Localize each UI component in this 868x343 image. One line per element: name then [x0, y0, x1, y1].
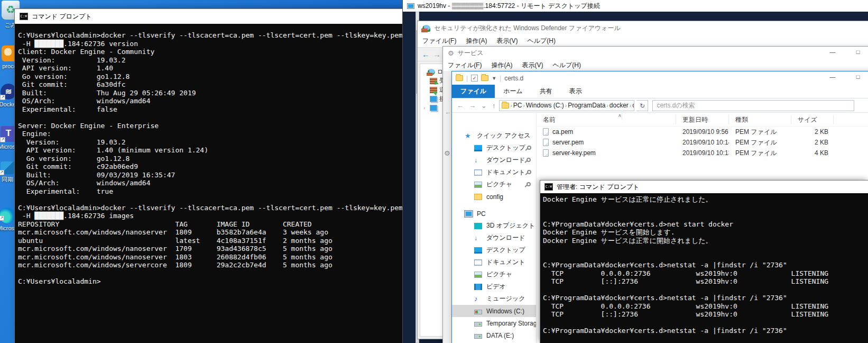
- explorer-sidebar-item[interactable]: ビデオ: [452, 281, 536, 293]
- explorer-sidebar-item[interactable]: ミュージック: [452, 293, 536, 305]
- explorer-sidebar-item[interactable]: ダウンロード: [452, 232, 536, 244]
- sidebar-item-icon: [465, 211, 473, 217]
- up-arrow-icon[interactable]: ↑: [491, 102, 497, 110]
- maximize-button[interactable]: □: [854, 73, 862, 82]
- ribbon-tab[interactable]: ファイル: [452, 85, 495, 98]
- terminal-line: [543, 286, 868, 294]
- explorer-sidebar-item[interactable]: クイック アクセス: [452, 130, 536, 142]
- explorer-sidebar-item[interactable]: 3D オブジェクト: [452, 220, 536, 232]
- recent-locations-icon[interactable]: ⌄: [479, 102, 488, 110]
- explorer-sidebar-item[interactable]: ダウンロード: [452, 154, 536, 166]
- refresh-icon[interactable]: ↻: [636, 100, 648, 111]
- ribbon-tab[interactable]: 表示: [561, 85, 590, 98]
- sidebar-item-icon: [474, 169, 482, 176]
- breadcrumb-segment[interactable]: › ProgramData: [565, 102, 606, 109]
- breadcrumb-segment[interactable]: › PC: [510, 102, 522, 109]
- tree-item-icon: [430, 105, 437, 111]
- terminal-line: [543, 319, 868, 327]
- explorer-sidebar-item[interactable]: ピクチャ: [452, 178, 536, 191]
- explorer-sidebar-item[interactable]: DATA (E:): [452, 329, 536, 341]
- admin-cmd-titlebar[interactable]: 管理者: コマンド プロンプト: [540, 180, 868, 193]
- sidebar-item-label: クイック アクセス: [477, 131, 531, 140]
- command-prompt-output[interactable]: C:¥Users¥localadmin>docker --tlsverify -…: [15, 24, 403, 343]
- file-name: ca.pem: [552, 128, 573, 136]
- minimize-button[interactable]: —: [828, 73, 837, 82]
- firewall-titlebar[interactable]: セキュリティが強化された Windows Defender ファイアウォール: [418, 21, 868, 35]
- column-header[interactable]: 更新日時: [676, 115, 729, 124]
- explorer-titlebar[interactable]: | ✓ ▼ | certs.d — □: [452, 71, 868, 85]
- forward-arrow-icon[interactable]: →: [467, 102, 477, 110]
- terminal-line: C:¥Users¥localadmin>docker --tlsverify -…: [18, 31, 403, 40]
- properties-icon[interactable]: ✓: [471, 75, 478, 82]
- sidebar-item-icon: [474, 310, 482, 314]
- menu-item[interactable]: ファイル(F): [443, 59, 486, 71]
- sidebar-item-label: ダウンロード: [486, 233, 525, 242]
- breadcrumb-label: docker: [610, 102, 629, 109]
- quick-access-toolbar-caret-icon[interactable]: ▼: [492, 76, 496, 81]
- command-prompt-window[interactable]: コマンド プロンプト C:¥Users¥localadmin>docker --…: [15, 9, 403, 343]
- breadcrumb[interactable]: › PC › Windows (C:) › ProgramData › dock…: [499, 100, 634, 111]
- forward-arrow-icon[interactable]: →: [433, 50, 441, 59]
- back-arrow-icon[interactable]: ←: [422, 50, 430, 59]
- terminal-line: Version: 19.03.2: [18, 138, 403, 147]
- menu-item[interactable]: ファイル(F): [418, 35, 461, 47]
- menu-item[interactable]: 操作(A): [461, 35, 492, 47]
- menu-item[interactable]: 表示(V): [492, 35, 522, 47]
- remote-desktop-window[interactable]: ws2019hv - ▒▒▒▒▒▒▒.184:57722 - リモート デスクト…: [403, 0, 868, 343]
- menu-item[interactable]: 表示(V): [517, 59, 548, 71]
- column-header[interactable]: 種類: [729, 115, 791, 124]
- breadcrumb-segment[interactable]: › certs.d: [630, 102, 635, 109]
- column-header[interactable]: 名前: [537, 115, 676, 124]
- services-menubar: ファイル(F)操作(A)表示(V)ヘルプ(H): [443, 59, 868, 72]
- search-input[interactable]: certs.dの検索: [652, 100, 854, 111]
- ribbon-tab[interactable]: ホーム: [495, 85, 531, 98]
- minimize-button[interactable]: —: [828, 48, 837, 57]
- explorer-title-text: certs.d: [504, 75, 523, 82]
- explorer-sidebar-item[interactable]: Temporary Storage (: [452, 317, 536, 329]
- maximize-button[interactable]: □: [854, 48, 862, 57]
- menu-item[interactable]: ヘルプ(H): [522, 35, 560, 47]
- explorer-sidebar-item[interactable]: PC: [452, 207, 536, 220]
- terminal-line: Version: 19.03.2: [18, 56, 403, 65]
- ribbon-tab[interactable]: 共有: [531, 85, 561, 98]
- breadcrumb-segment[interactable]: › docker: [607, 102, 629, 109]
- file-row[interactable]: ca.pem 2019/09/10 9:56 PEM ファイル 2 KB: [537, 127, 868, 137]
- desktop: ごみ proce Docker Microso 同期 Microso コマンド …: [0, 0, 868, 343]
- explorer-sidebar-item[interactable]: ドキュメント: [452, 256, 536, 268]
- file-row[interactable]: server.pem 2019/09/10 10:14 PEM ファイル 2 K…: [537, 137, 868, 148]
- sidebar-item-label: ピクチャ: [486, 270, 512, 279]
- file-name: server-key.pem: [552, 149, 596, 157]
- admin-cmd-output[interactable]: Docker Engine サービスは正常に停止されました。C:¥Program…: [540, 193, 868, 343]
- terminal-line: ubuntu latest 4c108a37151f 2 months ago: [18, 237, 403, 245]
- sidebar-item-label: デスクトップ: [486, 143, 525, 152]
- terminal-line: REPOSITORY TAG IMAGE ID CREATED: [18, 220, 403, 229]
- explorer-sidebar-item[interactable]: config: [452, 191, 536, 203]
- sidebar-item-label: Windows (C:): [486, 308, 524, 315]
- menu-item[interactable]: ヘルプ(H): [548, 59, 586, 71]
- explorer-sidebar-item[interactable]: デスクトップ: [452, 244, 536, 256]
- new-folder-icon[interactable]: [481, 75, 488, 81]
- explorer-sidebar-item[interactable]: ピクチャ: [452, 268, 536, 281]
- tree-expander-icon[interactable]: ›: [423, 105, 428, 111]
- back-arrow-icon[interactable]: ←: [455, 102, 465, 110]
- rdp-titlebar[interactable]: ws2019hv - ▒▒▒▒▒▒▒.184:57722 - リモート デスクト…: [403, 0, 868, 12]
- terminal-line: TCP [::]:2736 ws2019hv:0 LISTENING: [543, 310, 868, 319]
- file-type: PEM ファイル: [729, 128, 791, 137]
- back-arrow-icon[interactable]: ←: [445, 108, 451, 116]
- terminal-line: C:¥ProgramData¥docker¥certs.d>netstat -a…: [543, 294, 868, 302]
- services-titlebar[interactable]: ⚙ サービス — □: [443, 47, 868, 59]
- cmd-icon: [20, 13, 28, 20]
- command-prompt-titlebar[interactable]: コマンド プロンプト: [15, 9, 403, 24]
- explorer-sidebar-item[interactable]: デスクトップ: [452, 142, 536, 154]
- column-header[interactable]: サイズ: [791, 115, 834, 124]
- explorer-sidebar-item[interactable]: ドキュメント: [452, 166, 536, 178]
- file-row[interactable]: server-key.pem 2019/09/10 10:13 PEM ファイル…: [537, 148, 868, 158]
- menu-item[interactable]: 操作(A): [486, 59, 517, 71]
- sidebar-item-icon: [474, 334, 482, 339]
- breadcrumb-segment[interactable]: › Windows (C:): [523, 102, 564, 109]
- terminal-line: [543, 253, 868, 261]
- admin-command-prompt-window[interactable]: 管理者: コマンド プロンプト Docker Engine サービスは正常に停止…: [540, 180, 868, 343]
- explorer-sidebar-item[interactable]: Windows (C:): [452, 305, 536, 317]
- cmd-icon: [544, 183, 553, 191]
- terminal-line: [543, 245, 868, 253]
